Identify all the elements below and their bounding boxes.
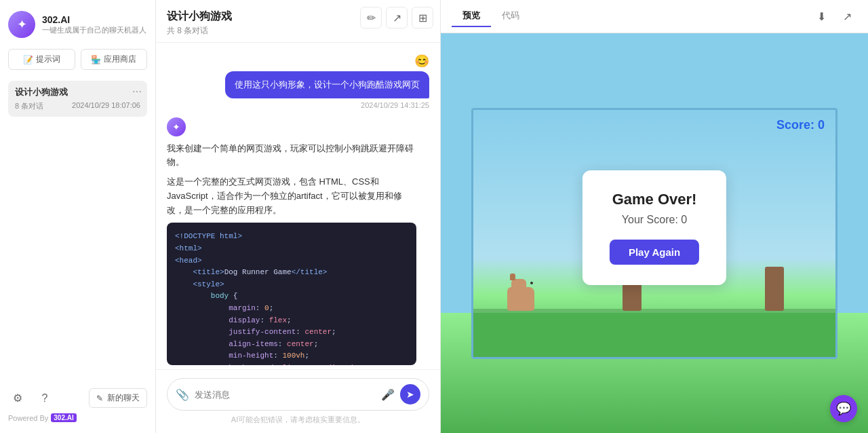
download-icon[interactable]: ⬇ bbox=[811, 6, 831, 26]
code-block: <!DOCTYPE html> <html> <head> <title>Dog… bbox=[167, 223, 416, 365]
user-time: 2024/10/29 14:31:25 bbox=[361, 101, 429, 109]
edit-icon[interactable]: ✏ bbox=[360, 7, 382, 29]
ai-text-2: 这是一个完整的交互式网页游戏，包含 HTML、CSS和JavaScript，适合… bbox=[167, 175, 416, 217]
ai-avatar: ✦ bbox=[167, 117, 186, 136]
user-bubble: 使用这只小狗形象，设计一个小狗跑酷游戏网页 bbox=[225, 71, 429, 98]
game-over-title: Game Over! bbox=[610, 191, 699, 208]
chat-header-toolbar: ✏ ↗ ⊞ bbox=[360, 7, 433, 29]
ai-text-1: 我来创建一个简单的网页游戏，玩家可以控制小狗跳跃避开障碍物。 bbox=[167, 142, 416, 170]
chat-disclaimer: AI可能会犯错误，请考虑核实重要信息。 bbox=[167, 415, 429, 425]
attach-icon[interactable]: 📎 bbox=[176, 388, 189, 401]
input-row: 📎 🎤 ➤ bbox=[167, 378, 429, 411]
powered-by-text: Powered By bbox=[8, 414, 48, 422]
chat-support-btn[interactable]: 💬 bbox=[830, 395, 857, 422]
open-external-icon[interactable]: ↗ bbox=[837, 6, 857, 26]
dog-character bbox=[507, 287, 534, 311]
play-again-btn[interactable]: Play Again bbox=[610, 240, 699, 265]
preview-toolbar-right: ⬇ ↗ bbox=[811, 6, 857, 26]
share-icon[interactable]: ↗ bbox=[386, 7, 408, 29]
ai-header: ✦ bbox=[167, 117, 416, 136]
sidebar-footer-actions: ⚙ ? ✎ 新的聊天 bbox=[8, 388, 147, 408]
game-score: Score: 0 bbox=[776, 118, 825, 132]
sidebar-brand: ✦ 302.AI 一键生成属于自己的聊天机器人 bbox=[8, 11, 147, 38]
new-chat-label: 新的聊天 bbox=[107, 392, 140, 404]
chat-area: 设计小狗游戏 共 8 条对话 ✏ ↗ ⊞ 😊 使用这只小狗形象，设计一个小狗跑酷… bbox=[156, 0, 441, 433]
chat-item-more-icon[interactable]: ⋯ bbox=[132, 86, 142, 97]
brand-subtitle: 一键生成属于自己的聊天机器人 bbox=[42, 25, 146, 35]
brand-avatar: ✦ bbox=[8, 11, 35, 38]
sidebar-actions: 📝 提示词 🏪 应用商店 bbox=[8, 49, 147, 70]
app-container: ✦ 302.AI 一键生成属于自己的聊天机器人 📝 提示词 🏪 应用商店 ⋯ 设… bbox=[0, 0, 868, 433]
game-over-modal: Game Over! Your Score: 0 Play Again bbox=[583, 170, 726, 285]
preview-header: 预览 代码 ⬇ ↗ bbox=[441, 0, 868, 33]
brand-name: 302.AI bbox=[42, 14, 146, 25]
sidebar: ✦ 302.AI 一键生成属于自己的聊天机器人 📝 提示词 🏪 应用商店 ⋯ 设… bbox=[0, 0, 156, 433]
chat-header: 设计小狗游戏 共 8 条对话 ✏ ↗ ⊞ bbox=[156, 0, 440, 43]
settings-icon[interactable]: ⚙ bbox=[8, 389, 27, 408]
ai-message: ✦ 我来创建一个简单的网页游戏，玩家可以控制小狗跳跃避开障碍物。 这是一个完整的… bbox=[167, 117, 416, 366]
obstacle-2 bbox=[765, 267, 784, 311]
chat-item[interactable]: ⋯ 设计小狗游戏 8 条对话 2024/10/29 18:07:06 bbox=[8, 81, 147, 117]
dog-eye bbox=[530, 282, 533, 284]
app-store-btn-label: 应用商店 bbox=[104, 54, 136, 65]
powered-logo: 302.AI bbox=[51, 413, 76, 422]
dog-ear bbox=[510, 274, 515, 280]
prompt-btn-label: 提示词 bbox=[36, 54, 60, 65]
preview-panel: 预览 代码 ⬇ ↗ Score: 0 bbox=[441, 0, 868, 433]
sidebar-footer: ⚙ ? ✎ 新的聊天 Powered By 302.AI bbox=[8, 388, 147, 422]
messages-area: 😊 使用这只小狗形象，设计一个小狗跑酷游戏网页 2024/10/29 14:31… bbox=[156, 43, 440, 369]
chat-item-title: 设计小狗游戏 bbox=[15, 86, 140, 98]
prompt-btn[interactable]: 📝 提示词 bbox=[8, 49, 75, 70]
send-btn[interactable]: ➤ bbox=[400, 384, 420, 404]
chat-input-area: 📎 🎤 ➤ AI可能会犯错误，请考虑核实重要信息。 bbox=[156, 369, 440, 433]
new-chat-btn[interactable]: ✎ 新的聊天 bbox=[89, 388, 147, 408]
chat-item-meta: 8 条对话 2024/10/29 18:07:06 bbox=[15, 101, 140, 111]
grid-icon[interactable]: ⊞ bbox=[412, 7, 433, 29]
user-message: 😊 使用这只小狗形象，设计一个小狗跑酷游戏网页 2024/10/29 14:31… bbox=[225, 54, 429, 109]
message-input[interactable] bbox=[195, 390, 376, 400]
app-store-btn[interactable]: 🏪 应用商店 bbox=[81, 49, 148, 70]
help-icon[interactable]: ? bbox=[35, 389, 54, 408]
new-chat-plus-icon: ✎ bbox=[96, 394, 103, 403]
powered-by: Powered By 302.AI bbox=[8, 413, 147, 422]
brand-text: 302.AI 一键生成属于自己的聊天机器人 bbox=[42, 14, 146, 35]
app-store-icon: 🏪 bbox=[91, 55, 101, 64]
chat-item-date: 2024/10/29 18:07:06 bbox=[72, 101, 140, 111]
game-over-score: Your Score: 0 bbox=[610, 214, 699, 226]
prompt-icon: 📝 bbox=[23, 55, 33, 64]
chat-item-count: 8 条对话 bbox=[15, 101, 43, 111]
preview-content: Score: 0 Game Over! Your Score: 0 Play A… bbox=[441, 33, 868, 433]
voice-icon[interactable]: 🎤 bbox=[381, 388, 395, 401]
game-frame: Score: 0 Game Over! Your Score: 0 Play A… bbox=[471, 108, 837, 359]
tab-code[interactable]: 代码 bbox=[491, 5, 530, 27]
ground bbox=[473, 309, 835, 357]
user-emoji: 😊 bbox=[414, 54, 429, 69]
tab-preview[interactable]: 预览 bbox=[452, 5, 491, 27]
